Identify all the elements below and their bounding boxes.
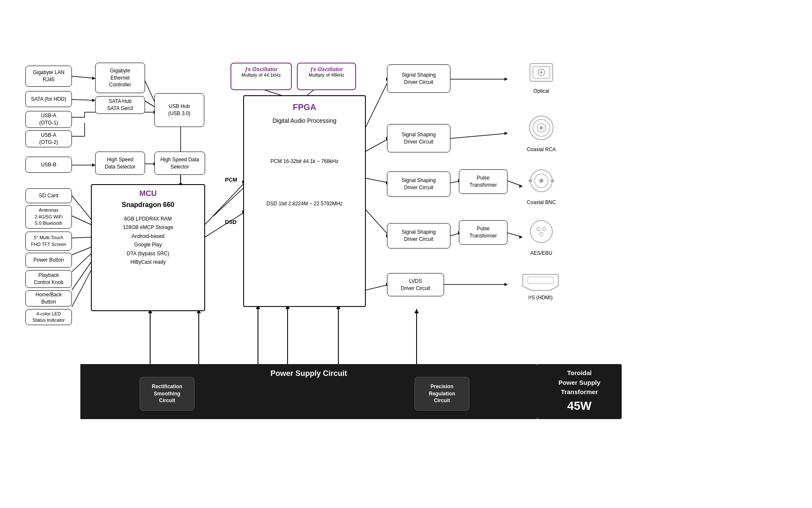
power-bar: Power Supply Circuit Rectification Smoot… — [80, 364, 537, 419]
page-title — [0, 0, 812, 17]
mcu-specs: 6GB LPDDR4X RAM 128GB eMCP Storage Andro… — [96, 215, 200, 266]
svg-point-77 — [540, 71, 543, 74]
usb-b-block: USB-B — [25, 157, 72, 173]
svg-point-87 — [530, 221, 552, 243]
svg-marker-73 — [414, 309, 419, 313]
hs-data-sel-1-block: High Speed Data Selector — [95, 152, 145, 175]
optical-icon — [527, 60, 556, 86]
svg-point-84 — [539, 179, 543, 183]
svg-rect-85 — [529, 179, 532, 182]
pcm-label: PCM — [225, 177, 237, 183]
mcu-block: MCU Snapdragon 660 6GB LPDDR4X RAM 128GB… — [91, 184, 205, 311]
coaxial-bnc-output: Coaxial BNC — [527, 167, 556, 205]
fpga-title: FPGA — [244, 102, 365, 112]
power-button-block: Power Button — [25, 253, 72, 268]
led-indicator-block: 4-color LED Status Indicator — [25, 309, 72, 325]
svg-marker-49 — [505, 77, 508, 81]
fpga-subtitle: Digital Audio Processing — [244, 116, 365, 125]
signal-shaping-2-block: Signal Shaping Driver Circuit — [387, 124, 450, 152]
svg-marker-3 — [92, 99, 95, 102]
osc-48-title: ƒs Oscillator — [300, 66, 353, 72]
svg-line-58 — [508, 233, 522, 237]
hs-data-sel-2-block: High Speed Data Selector — [154, 152, 205, 175]
svg-line-50 — [450, 133, 508, 138]
coaxial-rca-label: Coaxial RCA — [527, 146, 556, 152]
coaxial-bnc-icon — [527, 167, 556, 197]
svg-marker-1 — [92, 77, 95, 80]
mcu-title: MCU — [92, 189, 204, 198]
sata-hdd-block: SATA (for HDD) — [25, 91, 72, 107]
hdmi-icon — [519, 271, 562, 292]
fpga-block: FPGA Digital Audio Processing PCM 16-32b… — [243, 95, 366, 307]
osc-44-title: ƒs Oscillator — [234, 66, 288, 72]
dsd-label: DSD — [225, 219, 236, 225]
pulse-transformer-2-block: Pulse Transformer — [459, 220, 508, 245]
osc-44-sub: Multiply of 44.1kHz — [234, 72, 288, 77]
usb-a-otg2-block: USB-A (OTG-2) — [25, 130, 72, 147]
osc-48-block: ƒs Oscillator Multiply of 48kHz — [297, 63, 356, 90]
svg-line-0 — [72, 76, 95, 78]
svg-line-31 — [214, 186, 245, 216]
svg-rect-92 — [528, 277, 553, 284]
signal-shaping-1-block: Signal Shaping Driver Circuit — [387, 64, 450, 93]
svg-line-29 — [205, 182, 245, 224]
svg-line-2 — [72, 99, 95, 100]
precision-block: Precision Regulation Circuit — [414, 377, 469, 411]
aes-ebu-output: AES/EBU — [527, 218, 556, 256]
usb-a-otg1-block: USB-A (OTG-1) — [25, 111, 72, 128]
aes-ebu-icon — [527, 218, 556, 248]
lvds-block: LVDS Driver Circuit — [387, 273, 444, 296]
gigabyte-eth-block: Gigabyte Ethernet Controller — [95, 63, 145, 93]
toroidal-label: Toroidal Power Supply Transformer 45W — [558, 368, 600, 415]
rectification-block: Rectification Smoothing Circuit — [140, 377, 195, 411]
optical-output: Optical — [527, 60, 556, 94]
gigabyte-lan-block: Gigabyte LAN RJ45 — [25, 66, 72, 87]
fpga-pcm: PCM 16-32bit 44.1k ~ 768kHz — [244, 157, 365, 166]
home-back-block: Home/Back Button — [25, 290, 72, 306]
fpga-dsd: DSD 1bit 2.8224M ~ 22.5792MHz — [244, 200, 365, 208]
svg-point-90 — [540, 232, 543, 236]
pulse-transformer-1-block: Pulse Transformer — [459, 169, 508, 194]
usb-hub-block: USB Hub (USB 3.0) — [154, 93, 204, 127]
toroidal-block: Toroidal Power Supply Transformer 45W — [537, 364, 622, 419]
svg-marker-61 — [505, 283, 508, 286]
i2s-hdmi-output: I²S (HDMI) — [519, 271, 562, 301]
svg-point-88 — [537, 227, 540, 231]
coaxial-rca-icon — [527, 114, 556, 144]
svg-line-38 — [364, 79, 389, 131]
optical-label: Optical — [533, 88, 549, 94]
svg-rect-86 — [551, 179, 554, 182]
signal-shaping-3-block: Signal Shaping Driver Circuit — [387, 171, 450, 197]
aes-ebu-label: AES/EBU — [530, 250, 552, 256]
playback-knob-block: Playback Control Knob — [25, 270, 72, 288]
sd-card-block: SD Card — [25, 188, 72, 203]
coaxial-rca-output: Coaxial RCA — [527, 114, 556, 152]
sata-hub-block: SATA Hub SATA Gen3 — [95, 96, 145, 114]
svg-point-89 — [543, 227, 546, 231]
i2s-hdmi-label: I²S (HDMI) — [528, 295, 552, 301]
signal-shaping-4-block: Signal Shaping Driver Circuit — [387, 223, 450, 248]
svg-marker-51 — [505, 132, 508, 135]
diagram-container: Gigabyte LAN RJ45 SATA (for HDD) USB-A (… — [0, 0, 812, 508]
coaxial-bnc-label: Coaxial BNC — [527, 199, 556, 205]
osc-44-block: ƒs Oscillator Multiply of 44.1kHz — [230, 63, 292, 90]
svg-line-54 — [508, 181, 522, 186]
svg-marker-55 — [519, 185, 522, 188]
osc-48-sub: Multiply of 48kHz — [300, 72, 353, 77]
svg-line-42 — [364, 178, 389, 183]
mcu-chip: Snapdragon 660 — [92, 201, 204, 209]
fhd-screen-block: 5" Multi-Touch FHD TFT Screen — [25, 232, 72, 251]
svg-marker-59 — [519, 235, 522, 239]
svg-line-44 — [364, 207, 389, 236]
svg-point-81 — [540, 126, 543, 130]
svg-marker-16 — [92, 163, 95, 167]
svg-line-40 — [364, 138, 389, 152]
antennas-block: Antennas 2.4G/5G WiFi 5.0 Bluetooth — [25, 205, 72, 229]
